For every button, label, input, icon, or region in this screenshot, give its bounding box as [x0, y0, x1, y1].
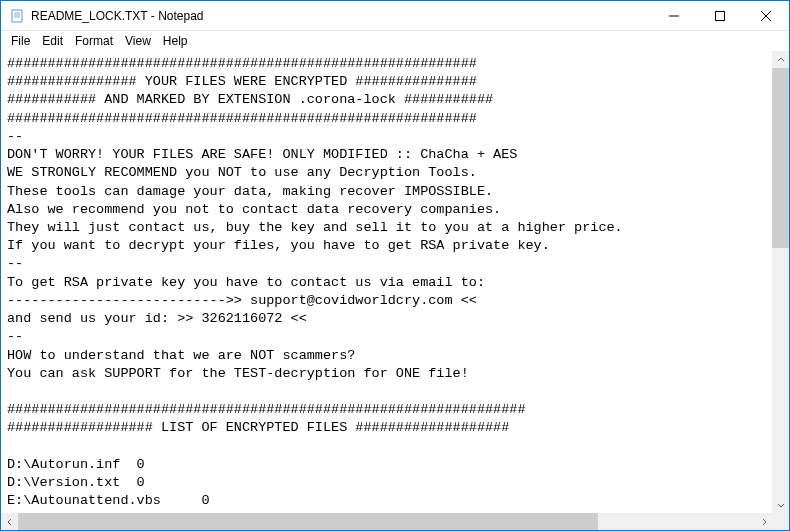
horizontal-scroll-thumb[interactable]	[18, 513, 598, 530]
svg-rect-5	[716, 11, 725, 20]
scroll-down-button[interactable]	[772, 496, 789, 513]
vertical-scroll-track[interactable]	[772, 68, 789, 496]
scroll-left-button[interactable]	[1, 513, 18, 530]
titlebar: README_LOCK.TXT - Notepad	[1, 1, 789, 31]
horizontal-scroll-track[interactable]	[18, 513, 755, 530]
close-button[interactable]	[743, 1, 789, 30]
horizontal-scrollbar[interactable]	[1, 513, 772, 530]
text-content[interactable]: ########################################…	[1, 51, 772, 513]
menu-view[interactable]: View	[119, 32, 157, 50]
maximize-button[interactable]	[697, 1, 743, 30]
window-controls	[651, 1, 789, 30]
menu-format[interactable]: Format	[69, 32, 119, 50]
content-area: ########################################…	[1, 51, 789, 530]
menubar: File Edit Format View Help	[1, 31, 789, 51]
scroll-corner	[772, 513, 789, 530]
svg-rect-0	[12, 10, 22, 22]
menu-file[interactable]: File	[5, 32, 36, 50]
vertical-scroll-thumb[interactable]	[772, 68, 789, 248]
menu-edit[interactable]: Edit	[36, 32, 69, 50]
minimize-button[interactable]	[651, 1, 697, 30]
menu-help[interactable]: Help	[157, 32, 194, 50]
scroll-up-button[interactable]	[772, 51, 789, 68]
scroll-right-button[interactable]	[755, 513, 772, 530]
vertical-scrollbar[interactable]	[772, 51, 789, 513]
window-title: README_LOCK.TXT - Notepad	[31, 9, 651, 23]
notepad-icon	[9, 8, 25, 24]
